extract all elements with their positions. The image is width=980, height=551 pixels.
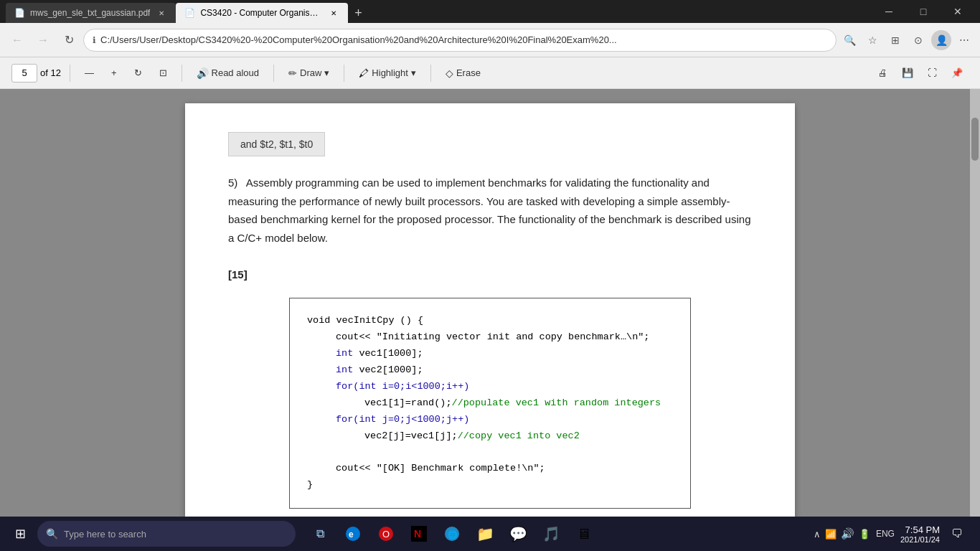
windows-icon: ⊞ xyxy=(15,526,26,542)
address-input[interactable]: ℹ C:/Users/User/Desktop/CS3420%20-%20Com… xyxy=(83,29,837,52)
fit-page-icon: ⊡ xyxy=(159,67,167,78)
svg-text:e: e xyxy=(349,529,354,540)
edge-button[interactable]: e xyxy=(337,518,369,550)
page-total: of 12 xyxy=(40,67,61,78)
rotate-button[interactable]: ↻ xyxy=(128,62,148,85)
clipped-content: and $t2, $t1, $t0 xyxy=(228,132,325,156)
scroll-thumb[interactable] xyxy=(971,118,979,161)
tab-pdf2[interactable]: 📄 CS3420 - Computer Organisatio... ✕ xyxy=(176,3,348,23)
clock-date: 2021/01/24 xyxy=(900,535,940,544)
chevron-up-icon[interactable]: ∧ xyxy=(814,529,821,540)
pin-button[interactable]: 📌 xyxy=(946,62,969,85)
refresh-button[interactable]: ↻ xyxy=(57,29,80,52)
pdf-content-area[interactable]: and $t2, $t1, $t0 5) Assembly programmin… xyxy=(0,89,980,517)
tab-close-2[interactable]: ✕ xyxy=(328,7,339,19)
immersive-button[interactable]: ⛶ xyxy=(922,62,943,85)
battery-icon[interactable]: 🔋 xyxy=(859,529,870,540)
globe-button[interactable]: 🖥 xyxy=(568,518,600,550)
code-line-8: vec2[j]=vec1[j];//copy vec1 into vec2 xyxy=(307,428,673,445)
zoom-out-button[interactable]: — xyxy=(79,62,100,85)
address-actions: 🔍 ☆ ⊞ ⊙ 👤 ⋯ xyxy=(839,30,974,50)
save-button[interactable]: 💾 xyxy=(896,62,919,85)
svg-text:N: N xyxy=(414,528,421,540)
back-button[interactable]: ← xyxy=(6,29,29,52)
tab-bar: 📄 mws_gen_sle_txt_gaussian.pdf ✕ 📄 CS342… xyxy=(6,0,864,23)
clock-time: 7:54 PM xyxy=(900,524,940,535)
erase-label: Erase xyxy=(456,67,481,78)
zoom-out-icon: — xyxy=(85,67,94,78)
code-line-10: cout<< "[OK] Benchmark complete!\n"; xyxy=(307,461,673,477)
maximize-button[interactable]: □ xyxy=(907,0,940,23)
code-line-5: for(int i=0;i<1000;i++) xyxy=(307,379,673,395)
notification-icon: 🗨 xyxy=(951,527,963,540)
question-number: 5) xyxy=(228,176,237,189)
draw-chevron-icon: ▾ xyxy=(324,67,329,78)
files-button[interactable]: 📁 xyxy=(469,518,501,550)
tab-label-1: mws_gen_sle_txt_gaussian.pdf xyxy=(30,8,150,18)
scrollbar[interactable] xyxy=(970,89,980,517)
collections-icon[interactable]: ⊞ xyxy=(885,30,905,50)
start-button[interactable]: ⊞ xyxy=(6,519,34,548)
erase-icon: ◇ xyxy=(446,67,453,79)
code-line-7: for(int j=0;j<1000;j++) xyxy=(307,412,673,428)
whatsapp-button[interactable]: 💬 xyxy=(502,518,534,550)
code-line-2: cout<< "Initiating vector init and copy … xyxy=(307,329,673,346)
erase-button[interactable]: ◇ Erase xyxy=(440,62,486,85)
clipped-text: and $t2, $t1, $t0 xyxy=(240,138,313,150)
notification-button[interactable]: 🗨 xyxy=(946,522,969,545)
tab-close-1[interactable]: ✕ xyxy=(156,7,167,19)
highlight-button[interactable]: 🖍 Highlight ▾ xyxy=(353,62,422,85)
search-icon[interactable]: 🔍 xyxy=(839,30,859,50)
code-line-9 xyxy=(307,445,673,461)
forward-button[interactable]: → xyxy=(32,29,55,52)
separator-2 xyxy=(182,65,182,82)
tab-label-2: CS3420 - Computer Organisatio... xyxy=(200,8,322,18)
draw-label: Draw xyxy=(300,67,321,78)
title-bar: 📄 mws_gen_sle_txt_gaussian.pdf ✕ 📄 CS342… xyxy=(0,0,980,23)
code-line-4: int vec2[1000]; xyxy=(307,362,673,379)
add-tab-button[interactable]: + xyxy=(348,3,368,23)
taskbar-apps: ⧉ e O N 🌐 📁 💬 🎵 🖥 xyxy=(304,518,600,550)
language-indicator[interactable]: ENG xyxy=(876,529,895,539)
settings-icon[interactable]: ⋯ xyxy=(954,30,974,50)
print-button[interactable]: 🖨 xyxy=(872,62,893,85)
taskview-button[interactable]: ⧉ xyxy=(304,518,336,550)
sound-icon[interactable]: 🔊 xyxy=(841,527,854,540)
extensions-icon[interactable]: ⊙ xyxy=(908,30,928,50)
address-bar: ← → ↻ ℹ C:/Users/User/Desktop/CS3420%20-… xyxy=(0,23,980,57)
minimize-button[interactable]: ─ xyxy=(872,0,905,23)
highlight-icon: 🖍 xyxy=(359,67,369,79)
print-icon: 🖨 xyxy=(878,67,887,78)
search-icon: 🔍 xyxy=(46,528,58,540)
draw-button[interactable]: ✏ Draw ▾ xyxy=(283,62,335,85)
profile-button[interactable]: 👤 xyxy=(931,30,951,50)
browser-button[interactable]: 🌐 xyxy=(436,518,468,550)
svg-text:O: O xyxy=(382,529,390,540)
draw-icon: ✏ xyxy=(288,67,297,79)
fit-page-button[interactable]: ⊡ xyxy=(154,62,173,85)
system-clock[interactable]: 7:54 PM 2021/01/24 xyxy=(900,524,940,544)
favorites-icon[interactable]: ☆ xyxy=(862,30,882,50)
separator-5 xyxy=(430,65,431,82)
netflix-button[interactable]: N xyxy=(403,518,435,550)
taskbar-search-box[interactable]: 🔍 Type here to search xyxy=(37,521,296,547)
question-text: 5) Assembly programming can be used to i… xyxy=(228,174,752,283)
tab-pdf1[interactable]: 📄 mws_gen_sle_txt_gaussian.pdf ✕ xyxy=(6,3,176,23)
network-icon[interactable]: 📶 xyxy=(825,529,837,540)
read-aloud-icon: 🔊 xyxy=(197,67,209,79)
code-line-11: } xyxy=(307,477,673,494)
close-button[interactable]: ✕ xyxy=(941,0,974,23)
tab-favicon-2: 📄 xyxy=(184,8,194,18)
opera-button[interactable]: O xyxy=(370,518,402,550)
pin-icon: 📌 xyxy=(951,67,963,78)
zoom-in-icon: + xyxy=(111,67,117,78)
separator-3 xyxy=(273,65,274,82)
save-icon: 💾 xyxy=(902,67,913,78)
search-placeholder: Type here to search xyxy=(64,529,146,540)
read-aloud-label: Read aloud xyxy=(212,67,260,78)
code-line-6: vec1[1]=rand();//populate vec1 with rand… xyxy=(307,395,673,412)
music-button[interactable]: 🎵 xyxy=(535,518,567,550)
page-number-input[interactable] xyxy=(11,64,37,83)
zoom-in-button[interactable]: + xyxy=(105,62,123,85)
read-aloud-button[interactable]: 🔊 Read aloud xyxy=(191,62,265,85)
